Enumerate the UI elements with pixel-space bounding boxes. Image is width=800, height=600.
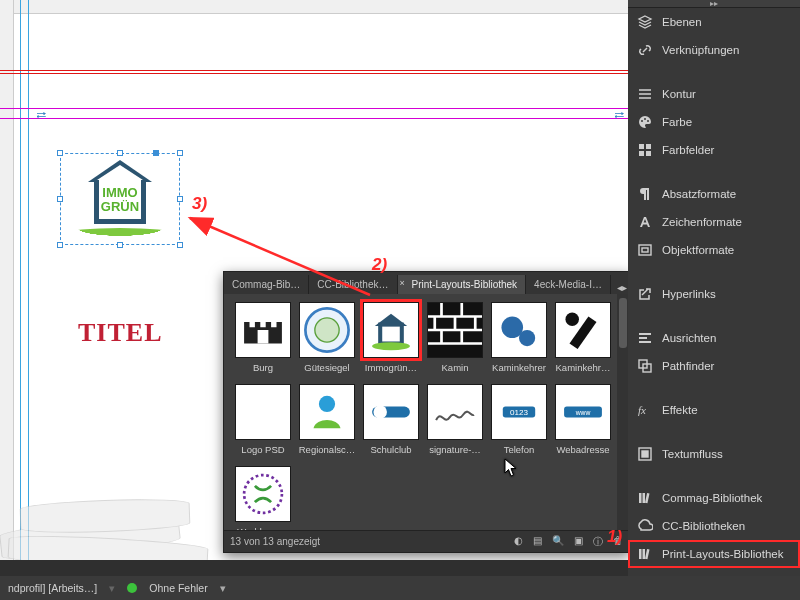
library-panel[interactable]: Commag-Bib…CC-Bibliothek…Print-Layouts-B…: [223, 271, 630, 553]
guide-horizontal[interactable]: [0, 118, 628, 119]
library-item[interactable]: Schulclub: [360, 384, 422, 464]
library-item[interactable]: 0123Telefon: [488, 384, 550, 464]
library-tool-new-icon[interactable]: ▣: [574, 535, 583, 549]
panel-zeichenformate[interactable]: Zeichenformate: [628, 208, 800, 236]
svg-rect-35: [643, 493, 646, 503]
panel-label: Print-Layouts-Bibliothek: [662, 548, 783, 560]
library-item[interactable]: signature-…: [424, 384, 486, 464]
library-tool-list-icon[interactable]: ▤: [533, 535, 542, 549]
library-icon: [636, 489, 654, 507]
library-tab[interactable]: 4eck-Media-I…: [526, 275, 611, 294]
panel-absatzformate[interactable]: Absatzformate: [628, 180, 800, 208]
logo-text-line1: IMMO: [102, 186, 137, 200]
panel-effekte[interactable]: fxEffekte: [628, 396, 800, 424]
panel-hyperlinks[interactable]: Hyperlinks: [628, 280, 800, 308]
svg-rect-22: [639, 151, 644, 156]
library-item[interactable]: Kaminkehr…: [552, 302, 614, 382]
library-item-label: Kamin: [424, 362, 486, 373]
library-thumb: [299, 384, 355, 440]
library-item-label: World green: [232, 526, 294, 530]
panel-label: Ebenen: [662, 16, 702, 28]
wrap-icon: [636, 445, 654, 463]
svg-rect-27: [639, 337, 647, 339]
panel-print-bib[interactable]: Print-Layouts-Bibliothek: [628, 540, 800, 568]
svg-point-7: [519, 330, 535, 346]
library-tool-info-icon[interactable]: ⓘ: [593, 535, 603, 549]
panel-label: Kontur: [662, 88, 696, 100]
panel-commag-bib[interactable]: Commag-Bibliothek: [628, 484, 800, 512]
library-tool-thumb-icon[interactable]: ◐: [514, 535, 523, 549]
svg-rect-39: [645, 549, 650, 559]
library-thumb: [555, 302, 611, 358]
svg-point-18: [644, 118, 646, 120]
svg-point-11: [373, 405, 387, 419]
library-tab[interactable]: CC-Bibliothek…: [309, 275, 397, 294]
panel-collapse-bar[interactable]: ▸▸: [628, 0, 800, 8]
svg-text:0123: 0123: [510, 408, 529, 417]
para-icon: [636, 185, 654, 203]
library-thumb: [363, 302, 419, 358]
panel-cc-bib[interactable]: CC-Bibliotheken: [628, 512, 800, 540]
logo-text-line2: GRÜN: [101, 200, 139, 214]
panel-farbe[interactable]: Farbe: [628, 108, 800, 136]
obj-icon: [636, 241, 654, 259]
panel-verknuepf[interactable]: Verknüpfungen: [628, 36, 800, 64]
svg-rect-28: [639, 341, 651, 343]
library-thumb: [235, 466, 291, 522]
library-item[interactable]: Burg: [232, 302, 294, 382]
panel-kontur[interactable]: Kontur: [628, 80, 800, 108]
panel-farbfelder[interactable]: Farbfelder: [628, 136, 800, 164]
library-item[interactable]: wwwWebadresse: [552, 384, 614, 464]
library-tool-search-icon[interactable]: 🔍: [552, 535, 564, 549]
library-tab[interactable]: Print-Layouts-Bibliothek: [398, 275, 527, 294]
link-icon: ⮂: [614, 110, 628, 120]
panel-textumfluss[interactable]: Textumfluss: [628, 440, 800, 468]
library-item-label: Immogrün…: [360, 362, 422, 373]
panel-pathfinder[interactable]: Pathfinder: [628, 352, 800, 380]
panel-label: Textumfluss: [662, 448, 723, 460]
library-status: 13 von 13 angezeigt: [230, 536, 320, 547]
panel-label: Ausrichten: [662, 332, 716, 344]
link-icon: ⮂: [36, 110, 50, 120]
svg-rect-21: [646, 144, 651, 149]
svg-rect-25: [642, 248, 648, 252]
library-thumb: [427, 384, 483, 440]
ruler-horizontal[interactable]: [0, 0, 628, 14]
library-thumb: [427, 302, 483, 358]
panel-label: Farbe: [662, 116, 692, 128]
guide-horizontal[interactable]: [0, 108, 628, 109]
preflight-status[interactable]: Ohne Fehler: [149, 582, 207, 594]
mouse-cursor-icon: [504, 458, 518, 478]
panel-collapse-icon[interactable]: ◂▸: [617, 282, 627, 293]
library-item-label: Schulclub: [360, 444, 422, 455]
panel-objektformate[interactable]: Objektformate: [628, 236, 800, 264]
cc-icon: [636, 517, 654, 535]
svg-rect-24: [639, 245, 651, 255]
library-item-label: Kaminkehrer: [488, 362, 550, 373]
library-item[interactable]: Kamin: [424, 302, 486, 382]
panel-label: Effekte: [662, 404, 698, 416]
panel-ebenen[interactable]: Ebenen: [628, 8, 800, 36]
library-item[interactable]: Kaminkehrer: [488, 302, 550, 382]
svg-text:www: www: [575, 409, 591, 416]
library-item[interactable]: Regionalsc…: [296, 384, 358, 464]
svg-rect-23: [646, 151, 651, 156]
panel-ausrichten[interactable]: Ausrichten: [628, 324, 800, 352]
doc-tab-name[interactable]: ndprofil] [Arbeits…]: [8, 582, 97, 594]
placed-logo-immogruen[interactable]: IMMO GRÜN: [66, 160, 174, 240]
library-item[interactable]: Immogrün…: [360, 302, 422, 382]
preflight-ok-icon[interactable]: [127, 583, 137, 593]
library-item-label: Burg: [232, 362, 294, 373]
annotation-1: 1): [607, 527, 622, 547]
library-item[interactable]: Logo PSD: [232, 384, 294, 464]
panel-label: CC-Bibliotheken: [662, 520, 745, 532]
svg-rect-38: [643, 549, 646, 559]
library-item[interactable]: Gütesiegel: [296, 302, 358, 382]
library-thumb: [235, 384, 291, 440]
library-tab[interactable]: Commag-Bib…: [224, 275, 309, 294]
title-text[interactable]: TITEL: [78, 318, 163, 348]
char-icon: [636, 213, 654, 231]
bleed-line: [0, 70, 629, 74]
library-item[interactable]: World green: [232, 466, 294, 530]
library-thumb: [491, 302, 547, 358]
